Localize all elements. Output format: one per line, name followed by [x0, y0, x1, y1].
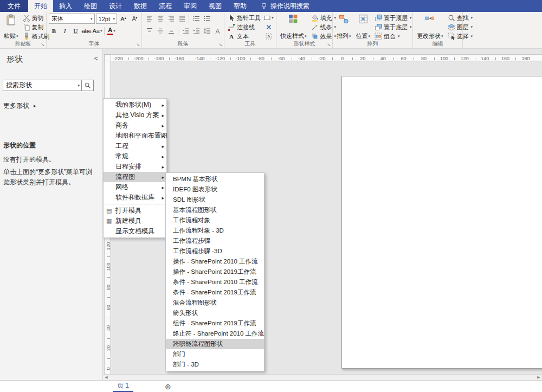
dialog-launcher-icon[interactable]: ↘ — [327, 43, 331, 47]
menu-item-1[interactable]: 我的形状(M)▸ — [104, 100, 166, 110]
bring-to-front-button[interactable]: 置于顶层▾ — [373, 14, 413, 22]
justify-button[interactable] — [177, 14, 187, 23]
submenu-item-14[interactable]: 箭头形状 — [166, 308, 264, 318]
text-block-button[interactable] — [263, 32, 274, 41]
find-button[interactable]: 查找▾ — [447, 14, 474, 22]
tab-绘图[interactable]: 绘图 — [78, 0, 103, 12]
submenu-item-13[interactable]: 混合流程图形状 — [166, 298, 264, 308]
menu-item-5[interactable]: 工程▸ — [104, 141, 166, 151]
search-button[interactable] — [81, 80, 93, 91]
strikethrough-button[interactable]: abc — [81, 26, 92, 36]
grow-font-button[interactable]: A▴ — [118, 14, 128, 24]
submenu-item-16[interactable]: 终止符 - SharePoint 2010 工作流 — [166, 329, 264, 339]
add-page-button[interactable]: ⊕ — [165, 381, 171, 392]
tab-设计[interactable]: 设计 — [103, 0, 128, 12]
group-button[interactable]: 组合▾ — [373, 32, 413, 41]
submenu-item-5[interactable]: 工作流程对象 — [166, 215, 264, 226]
scroll-left-icon[interactable]: ◀ — [103, 375, 109, 380]
font-color-button[interactable]: A▾ — [106, 26, 117, 36]
tab-文件[interactable]: 文件 — [0, 0, 28, 12]
menu-item-7[interactable]: 日程安排▸ — [104, 162, 166, 172]
tab-流程[interactable]: 流程 — [153, 0, 178, 12]
numbering-button[interactable] — [202, 14, 212, 23]
tab-视图[interactable]: 视图 — [203, 0, 228, 12]
menu-command-1[interactable]: ▤打开模具 — [104, 205, 166, 216]
scroll-right-icon[interactable]: ▶ — [535, 375, 542, 380]
font-size-combo[interactable]: 12pt▾ — [96, 14, 117, 24]
tab-数据[interactable]: 数据 — [128, 0, 153, 12]
connection-point-button[interactable] — [263, 23, 274, 31]
dialog-launcher-icon[interactable]: ↘ — [136, 43, 140, 47]
submenu-item-11[interactable]: 条件 - SharePoint 2010 工作流 — [166, 277, 264, 287]
tab-插入[interactable]: 插入 — [53, 0, 78, 12]
submenu-item-1[interactable]: BPMN 基本形状 — [166, 174, 264, 184]
horizontal-scrollbar[interactable]: ◀ ▶ — [103, 374, 542, 380]
tab-帮助[interactable]: 帮助 — [228, 0, 253, 12]
submenu-item-19[interactable]: 部门 - 3D — [166, 359, 264, 370]
quick-styles-button[interactable]: 快速样式▾ — [279, 14, 308, 41]
change-shape-button[interactable]: 更改形状▾ — [415, 14, 445, 41]
tab-审阅[interactable]: 审阅 — [178, 0, 203, 12]
shrink-font-button[interactable]: A▾ — [130, 14, 140, 24]
menu-item-2[interactable]: 其他 Visio 方案▸ — [104, 110, 166, 120]
menu-command-3[interactable]: 显示文档模具 — [104, 226, 166, 236]
chevron-down-icon[interactable]: ▾ — [76, 83, 81, 88]
menu-item-10[interactable]: 软件和数据库▸ — [104, 192, 166, 203]
menu-command-2[interactable]: ▦新建模具 — [104, 216, 166, 226]
position-button[interactable]: 位置▾ — [354, 14, 372, 41]
align-right-button[interactable] — [166, 14, 176, 23]
submenu-item-8[interactable]: 工作流程步骤 -3D — [166, 246, 264, 256]
send-to-back-button[interactable]: 置于底层▾ — [373, 23, 413, 31]
dialog-launcher-icon[interactable]: ↘ — [41, 43, 44, 47]
page-tab[interactable]: 页 1 — [113, 381, 133, 392]
drawing-page[interactable] — [341, 76, 542, 369]
line-spacing-button[interactable] — [202, 26, 212, 36]
submenu-item-17[interactable]: 跨职能流程图形状 — [166, 339, 264, 349]
menu-item-9[interactable]: 网络▸ — [104, 182, 166, 192]
decrease-indent-button[interactable] — [180, 26, 190, 36]
select-button[interactable]: 选择▾ — [447, 32, 474, 41]
italic-button[interactable]: I — [60, 26, 70, 36]
valign-middle-button[interactable] — [155, 26, 165, 36]
submenu-item-18[interactable]: 部门 — [166, 349, 264, 359]
underline-button[interactable]: U — [70, 26, 81, 36]
arrange-button[interactable]: 排列▾ — [335, 14, 353, 41]
submenu-item-3[interactable]: SDL 图形状 — [166, 195, 264, 205]
menu-item-4[interactable]: 地图和平面布置图▸ — [104, 131, 166, 141]
submenu-item-7[interactable]: 工作流程步骤 — [166, 236, 264, 246]
valign-bottom-button[interactable] — [166, 26, 176, 36]
text-tool-button[interactable]: A 文本 — [227, 32, 262, 41]
submenu-item-6[interactable]: 工作流程对象 - 3D — [166, 226, 264, 236]
submenu-item-9[interactable]: 操作 - SharePoint 2010 工作流 — [166, 256, 264, 267]
horizontal-ruler[interactable]: -220-200-180-160-140-120-100-80-60-40-20… — [111, 54, 542, 61]
align-left-button[interactable] — [144, 14, 154, 23]
menu-item-3[interactable]: 商务▸ — [104, 120, 166, 131]
bold-button[interactable]: B — [49, 26, 59, 36]
more-shapes-item[interactable]: 更多形状 ▸ — [0, 100, 102, 111]
menu-item-8[interactable]: 流程图▸ — [104, 172, 166, 182]
increase-indent-button[interactable] — [191, 26, 201, 36]
font-name-combo[interactable]: 宋体▾ — [49, 14, 95, 24]
tell-me[interactable]: 操作说明搜索 — [260, 0, 309, 12]
submenu-item-12[interactable]: 条件 - SharePoint 2019工作流 — [166, 287, 264, 298]
tab-开始[interactable]: 开始 — [28, 0, 53, 12]
bullets-button[interactable] — [191, 14, 201, 23]
dialog-launcher-icon[interactable]: ↘ — [218, 43, 222, 47]
text-direction-button[interactable] — [212, 26, 223, 36]
submenu-item-15[interactable]: 组件 - SharePoint 2019工作流 — [166, 318, 264, 329]
scrollbar-track[interactable] — [109, 375, 535, 380]
submenu-item-10[interactable]: 操作 - SharePoint 2019工作流 — [166, 267, 264, 277]
submenu-item-2[interactable]: IDEF0 图表形状 — [166, 184, 264, 195]
menu-item-6[interactable]: 常规▸ — [104, 151, 166, 162]
submenu-item-4[interactable]: 基本流程图形状 — [166, 205, 264, 215]
change-case-button[interactable]: Aa▾ — [92, 26, 102, 36]
rectangle-tool-button[interactable]: ▾ — [263, 14, 274, 22]
search-input[interactable]: 搜索形状 — [3, 81, 76, 90]
pointer-tool-button[interactable]: 指针工具 — [227, 14, 262, 22]
search-shapes-box[interactable]: 搜索形状 ▾ — [3, 80, 94, 91]
paste-button[interactable]: 粘贴▾ — [2, 14, 20, 41]
align-center-button[interactable] — [155, 14, 165, 23]
layers-button[interactable]: 图层▾ — [447, 23, 474, 31]
connector-button[interactable]: 连接线 — [227, 23, 262, 31]
collapse-panel-icon[interactable]: < — [94, 54, 98, 65]
